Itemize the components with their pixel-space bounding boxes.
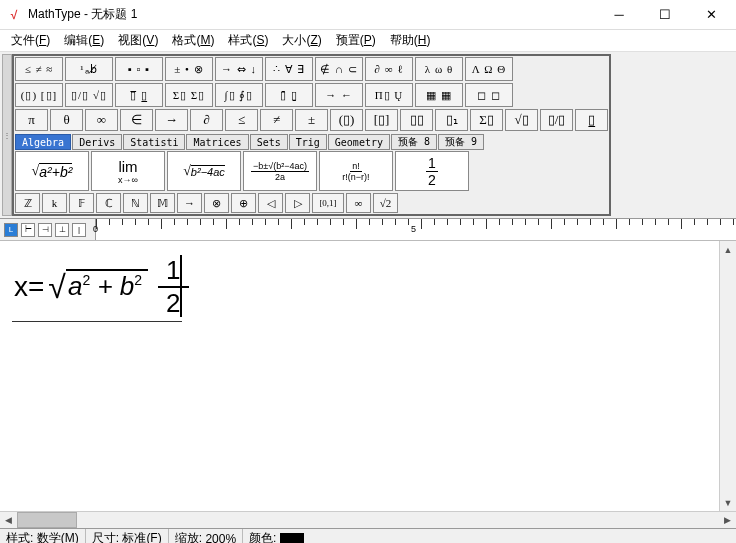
- preset-pythagoras[interactable]: √a²+b²: [15, 151, 89, 191]
- minimize-button[interactable]: ─: [596, 0, 642, 30]
- close-button[interactable]: ✕: [688, 0, 734, 30]
- qsym-le[interactable]: ≤: [225, 109, 258, 131]
- qsym-partial[interactable]: ∂: [190, 109, 223, 131]
- qsym-infty[interactable]: ∞: [85, 109, 118, 131]
- tabstop-left[interactable]: L: [4, 223, 18, 237]
- scroll-thumb[interactable]: [17, 512, 77, 528]
- ssym-M[interactable]: 𝕄: [150, 193, 175, 213]
- menu-size[interactable]: 大小(Z): [275, 30, 328, 51]
- tabstop-right[interactable]: ⊣: [38, 223, 52, 237]
- menu-view[interactable]: 视图(V): [111, 30, 165, 51]
- status-size[interactable]: 尺寸: 标准(F): [86, 529, 169, 543]
- menu-style[interactable]: 样式(S): [221, 30, 275, 51]
- tab-geometry[interactable]: Geometry: [328, 134, 390, 150]
- scroll-track[interactable]: [17, 512, 719, 528]
- scroll-down-icon[interactable]: ▼: [720, 494, 736, 511]
- vertical-scrollbar[interactable]: ▲ ▼: [719, 241, 736, 511]
- scroll-right-icon[interactable]: ▶: [719, 512, 736, 528]
- tpl-integrals[interactable]: ∫▯ ∮▯: [215, 83, 263, 107]
- qsym-ne[interactable]: ≠: [260, 109, 293, 131]
- maximize-button[interactable]: ☐: [642, 0, 688, 30]
- preset-limit[interactable]: limx→∞: [91, 151, 165, 191]
- ssym-N[interactable]: ℕ: [123, 193, 148, 213]
- ssym-infty[interactable]: ∞: [346, 193, 371, 213]
- preset-discriminant[interactable]: √b²−4ac: [167, 151, 241, 191]
- tab-statistics[interactable]: Statisti: [123, 134, 185, 150]
- tab-algebra[interactable]: Algebra: [15, 134, 71, 150]
- sym-arrows[interactable]: → ⇔ ↓: [215, 57, 263, 81]
- menu-help[interactable]: 帮助(H): [383, 30, 438, 51]
- menu-file[interactable]: 文件(F): [4, 30, 57, 51]
- fraction-half: 1 2: [158, 255, 188, 319]
- tabstop-bar[interactable]: |: [72, 223, 86, 237]
- tabstop-decimal[interactable]: ⊥: [55, 223, 69, 237]
- menu-prefs[interactable]: 预置(P): [329, 30, 383, 51]
- ssym-ltri[interactable]: ◁: [258, 193, 283, 213]
- sym-relations[interactable]: ≤ ≠ ≈: [15, 57, 63, 81]
- preset-quadratic[interactable]: −b±√(b²−4ac)2a: [243, 151, 317, 191]
- qtpl-sup[interactable]: ▯▯: [400, 109, 433, 131]
- sym-set[interactable]: ∉ ∩ ⊂: [315, 57, 363, 81]
- text-cursor: [180, 255, 182, 317]
- sym-greek-lower[interactable]: λ ω θ: [415, 57, 463, 81]
- qtpl-sum[interactable]: Σ▯: [470, 109, 503, 131]
- ssym-C[interactable]: ℂ: [96, 193, 121, 213]
- tab-preset-8[interactable]: 预备 8: [391, 134, 437, 150]
- qsym-theta[interactable]: θ: [50, 109, 83, 131]
- preset-half[interactable]: 12: [395, 151, 469, 191]
- qsym-pm[interactable]: ±: [295, 109, 328, 131]
- qsym-in[interactable]: ∈: [120, 109, 153, 131]
- ssym-F[interactable]: 𝔽: [69, 193, 94, 213]
- ssym-arrow[interactable]: →: [177, 193, 202, 213]
- qtpl-under[interactable]: ▯̲: [575, 109, 608, 131]
- tab-trig[interactable]: Trig: [289, 134, 327, 150]
- ruler[interactable]: 0 5: [95, 219, 736, 240]
- ssym-sqrt2[interactable]: √2: [373, 193, 398, 213]
- tpl-matrices[interactable]: ▦ ▦: [415, 83, 463, 107]
- tab-sets[interactable]: Sets: [250, 134, 288, 150]
- palette-handle-left[interactable]: ⋮: [2, 54, 12, 216]
- tab-matrices[interactable]: Matrices: [186, 134, 248, 150]
- sym-logic[interactable]: ∴ ∀ ∃: [265, 57, 313, 81]
- qsym-pi[interactable]: π: [15, 109, 48, 131]
- tpl-fractions[interactable]: ▯/▯ √▯: [65, 83, 113, 107]
- sym-operators[interactable]: ± • ⊗: [165, 57, 213, 81]
- tpl-subsup[interactable]: ▯̅ ▯̲: [115, 83, 163, 107]
- status-color[interactable]: 颜色:: [243, 529, 310, 543]
- ssym-k[interactable]: k: [42, 193, 67, 213]
- sym-greek-upper[interactable]: Λ Ω Θ: [465, 57, 513, 81]
- tab-preset-9[interactable]: 预备 9: [438, 134, 484, 150]
- sym-embellish[interactable]: ▪ ▫ ▪: [115, 57, 163, 81]
- preset-binomial[interactable]: n!r!(n−r)!: [319, 151, 393, 191]
- qtpl-bracket[interactable]: [▯]: [365, 109, 398, 131]
- tpl-fences[interactable]: (▯) [▯]: [15, 83, 63, 107]
- equation-content[interactable]: x= √ a2 + b2 1 2: [14, 255, 189, 319]
- menu-format[interactable]: 格式(M): [165, 30, 221, 51]
- sym-spaces[interactable]: ¹ₐb̸: [65, 57, 113, 81]
- tpl-products[interactable]: Π▯ Ų: [365, 83, 413, 107]
- sym-misc[interactable]: ∂ ∞ ℓ: [365, 57, 413, 81]
- ssym-Z[interactable]: ℤ: [15, 193, 40, 213]
- ssym-interval[interactable]: [0,1]: [312, 193, 344, 213]
- qtpl-paren[interactable]: (▯): [330, 109, 363, 131]
- tpl-overbar[interactable]: ▯̄ ▯̱: [265, 83, 313, 107]
- ssym-rtri[interactable]: ▷: [285, 193, 310, 213]
- ssym-oplus[interactable]: ⊕: [231, 193, 256, 213]
- qtpl-sub[interactable]: ▯₁: [435, 109, 468, 131]
- scroll-left-icon[interactable]: ◀: [0, 512, 17, 528]
- equation-editor[interactable]: x= √ a2 + b2 1 2 ▲ ▼: [0, 241, 736, 511]
- qtpl-frac[interactable]: ▯/▯: [540, 109, 573, 131]
- tpl-boxes[interactable]: ◻ ◻: [465, 83, 513, 107]
- tpl-labeled-arrows[interactable]: → ←: [315, 83, 363, 107]
- tpl-sums[interactable]: Σ▯ Σ▯: [165, 83, 213, 107]
- tabstop-center[interactable]: ⊢: [21, 223, 35, 237]
- status-style[interactable]: 样式: 数学(M): [0, 529, 86, 543]
- tab-derivs[interactable]: Derivs: [72, 134, 122, 150]
- scroll-up-icon[interactable]: ▲: [720, 241, 736, 258]
- qsym-arrow[interactable]: →: [155, 109, 188, 131]
- qtpl-sqrt[interactable]: √▯: [505, 109, 538, 131]
- status-zoom[interactable]: 缩放: 200%: [169, 529, 243, 543]
- menu-edit[interactable]: 编辑(E): [57, 30, 111, 51]
- horizontal-scrollbar[interactable]: ◀ ▶: [0, 511, 736, 528]
- ssym-otimes[interactable]: ⊗: [204, 193, 229, 213]
